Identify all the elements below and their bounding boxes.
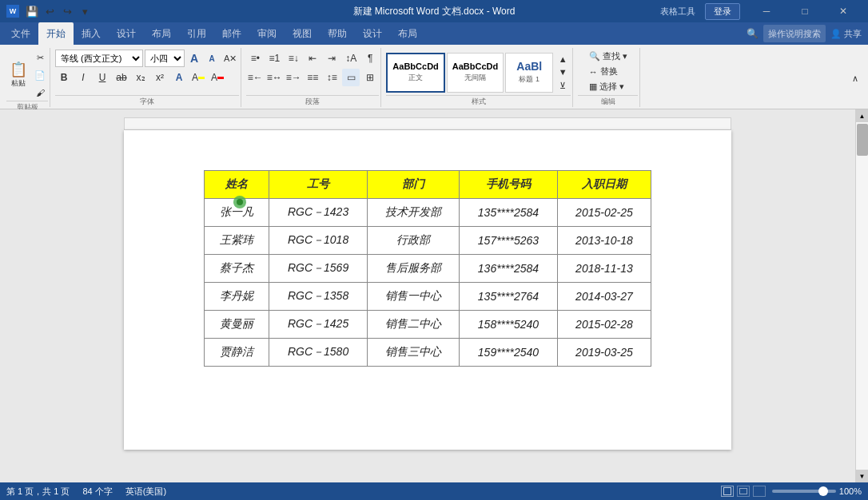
maximize-button[interactable]: □ [786, 0, 823, 22]
subscript-button[interactable]: x₂ [132, 69, 149, 86]
format-painter-button[interactable]: 🖌 [32, 85, 48, 101]
status-bar: 第 1 页，共 1 页 84 个字 英语(美国) 100% [0, 482, 868, 500]
style-heading1[interactable]: AaBl 标题 1 [505, 53, 553, 93]
tab-mailings[interactable]: 邮件 [214, 22, 249, 45]
tab-file[interactable]: 文件 [3, 22, 38, 45]
ribbon-toolbar: 📋 粘贴 ✂ 📄 🖌 剪贴板 等线 (西文正文) 小四 [0, 45, 868, 109]
undo-qat-button[interactable]: ↩ [42, 3, 58, 19]
font-grow-button[interactable]: A [186, 50, 202, 66]
superscript-button[interactable]: x² [151, 69, 169, 86]
view-read-button[interactable] [753, 486, 766, 497]
style-normal[interactable]: AaBbCcDd 正文 [386, 53, 444, 93]
status-bar-left: 第 1 页，共 1 页 84 个字 英语(美国) [6, 486, 166, 498]
share-button[interactable]: 👤 共享 [830, 28, 862, 40]
scroll-thumb[interactable] [857, 124, 868, 156]
sort-button[interactable]: ↕A [342, 50, 360, 67]
search-box[interactable]: 操作说明搜索 [763, 25, 826, 42]
bold-button[interactable]: B [55, 69, 73, 86]
tab-insert[interactable]: 插入 [74, 22, 109, 45]
tab-help[interactable]: 帮助 [320, 22, 355, 45]
styles-expand[interactable]: ⊻ [555, 79, 571, 93]
minimize-button[interactable]: ─ [748, 0, 785, 22]
paragraph-content: ≡• ≡1 ≡↓ ⇤ ⇥ ↕A ¶ ≡← ≡↔ ≡→ ≡≡ ↕≡ ▭ ⊞ [246, 50, 379, 95]
styles-scroll-up[interactable]: ▲ [555, 53, 571, 66]
table-row: 黄曼丽RGC－1425销售二中心158****52402015-02-28 [205, 311, 651, 339]
save-qat-button[interactable]: 💾 [24, 3, 40, 19]
replace-button[interactable]: ↔ 替换 [586, 65, 621, 78]
font-size-select[interactable]: 小四 [145, 50, 185, 67]
font-shrink-button[interactable]: A [204, 50, 220, 66]
styles-scroll-down[interactable]: ▼ [555, 65, 571, 79]
close-button[interactable]: ✕ [825, 0, 862, 22]
paragraph-group: ≡• ≡1 ≡↓ ⇤ ⇥ ↕A ¶ ≡← ≡↔ ≡→ ≡≡ ↕≡ ▭ ⊞ [245, 48, 381, 107]
title-bar: W 💾 ↩ ↪ ▾ 新建 Microsoft Word 文档.docx - Wo… [0, 0, 868, 22]
tab-design[interactable]: 设计 [109, 22, 144, 45]
scroll-down-button[interactable]: ▼ [856, 470, 869, 482]
shading-button[interactable]: ▭ [342, 69, 360, 86]
line-spacing-button[interactable]: ↕≡ [323, 69, 340, 86]
format-clear-button[interactable]: A✕ [221, 50, 239, 66]
table-row: 张一凡RGC－1423技术开发部135****25842015-02-25 [205, 199, 651, 227]
cut-button[interactable]: ✂ [32, 50, 48, 65]
login-button[interactable]: 登录 [705, 3, 740, 20]
tab-review[interactable]: 审阅 [249, 22, 285, 45]
underline-button[interactable]: U [94, 69, 111, 86]
ribbon-tab-bar: 文件 开始 插入 设计 布局 引用 邮件 审阅 视图 帮助 设计 布局 🔍 操作… [0, 22, 868, 45]
tab-table-layout[interactable]: 布局 [390, 22, 425, 45]
language-indicator[interactable]: 英语(美国) [125, 486, 166, 498]
text-effect-button[interactable]: A [170, 69, 188, 86]
table-header-cell: 入职日期 [557, 171, 651, 199]
font-name-row: 等线 (西文正文) 小四 A A A✕ [55, 50, 239, 67]
table-cell: 158****5240 [460, 311, 558, 339]
select-button[interactable]: ▦ 选择 ▾ [586, 80, 627, 93]
align-center-button[interactable]: ≡↔ [265, 69, 283, 86]
vertical-scrollbar[interactable]: ▲ ▼ [855, 109, 868, 482]
collapse-ribbon-button[interactable]: ∧ [847, 70, 863, 86]
zoom-thumb[interactable] [818, 486, 828, 496]
style-no-spacing[interactable]: AaBbCcDd 无间隔 [447, 53, 504, 93]
table-cell: 159****2540 [460, 339, 558, 367]
zoom-slider[interactable] [772, 490, 836, 493]
paste-icon: 📋 [10, 62, 27, 77]
bullet-list-button[interactable]: ≡• [246, 50, 264, 67]
employee-table: 姓名工号部门手机号码入职日期 张一凡RGC－1423技术开发部135****25… [204, 170, 651, 367]
borders-button[interactable]: ⊞ [361, 69, 379, 86]
tab-layout[interactable]: 布局 [144, 22, 179, 45]
view-web-button[interactable] [737, 486, 750, 497]
tab-view[interactable]: 视图 [285, 22, 320, 45]
table-cell: RGC－1018 [269, 227, 368, 255]
font-name-select[interactable]: 等线 (西文正文) [55, 50, 143, 67]
more-qat-button[interactable]: ▾ [77, 3, 93, 19]
view-print-button[interactable] [721, 486, 734, 497]
italic-button[interactable]: I [74, 69, 92, 86]
decrease-indent-button[interactable]: ⇤ [304, 50, 321, 67]
redo-qat-button[interactable]: ↪ [59, 3, 75, 19]
zoom-level[interactable]: 100% [839, 486, 862, 496]
char-count: 84 个字 [82, 486, 112, 498]
text-highlight-button[interactable]: A [189, 69, 207, 86]
list-row: ≡• ≡1 ≡↓ ⇤ ⇥ ↕A ¶ [246, 50, 379, 67]
copy-button[interactable]: 📄 [32, 67, 48, 83]
table-row: 贾静洁RGC－1580销售三中心159****25402019-03-25 [205, 339, 651, 367]
scroll-up-button[interactable]: ▲ [856, 109, 869, 122]
increase-indent-button[interactable]: ⇥ [323, 50, 340, 67]
justify-button[interactable]: ≡≡ [304, 69, 321, 86]
align-right-button[interactable]: ≡→ [285, 69, 302, 86]
tab-table-design[interactable]: 设计 [355, 22, 390, 45]
table-row: 李丹妮RGC－1358销售一中心135****27642014-03-27 [205, 283, 651, 311]
styles-group: AaBbCcDd 正文 AaBbCcDd 无间隔 AaBl 标题 1 ▲ ▼ [384, 48, 573, 107]
align-left-button[interactable]: ≡← [246, 69, 264, 86]
number-list-button[interactable]: ≡1 [265, 50, 283, 67]
tab-references[interactable]: 引用 [179, 22, 214, 45]
multilevel-list-button[interactable]: ≡↓ [285, 50, 302, 67]
paste-button[interactable]: 📋 粘贴 [6, 54, 30, 96]
find-button[interactable]: 🔍 查找 ▾ [586, 50, 631, 63]
find-arrow: ▾ [623, 51, 627, 62]
font-color-button[interactable]: A [209, 69, 226, 86]
strikethrough-button[interactable]: ab [113, 69, 130, 86]
table-cell: 2015-02-25 [557, 199, 651, 227]
tab-home[interactable]: 开始 [38, 22, 74, 45]
clipboard-group: 📋 粘贴 ✂ 📄 🖌 剪贴板 [5, 48, 50, 107]
toolbar-row1: 📋 粘贴 ✂ 📄 🖌 剪贴板 等线 (西文正文) 小四 [5, 48, 863, 107]
show-marks-button[interactable]: ¶ [361, 50, 379, 67]
